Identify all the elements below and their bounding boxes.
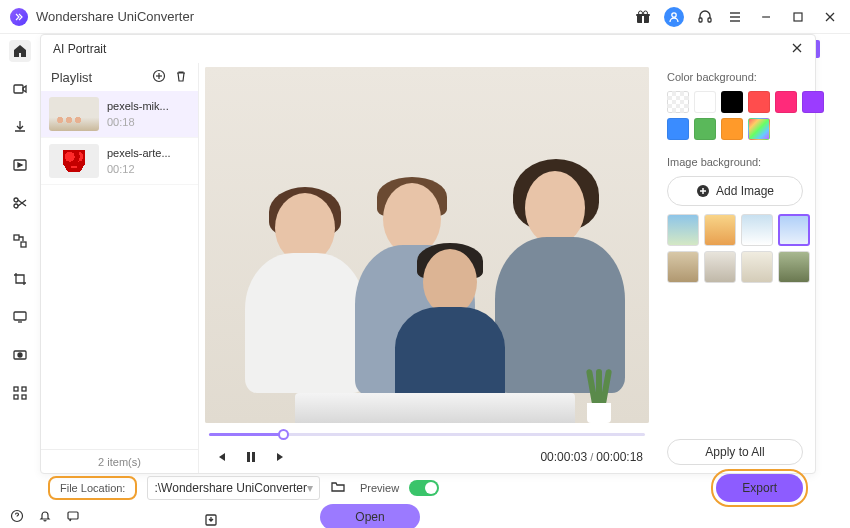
image-bg-thumb[interactable]	[704, 214, 736, 246]
notification-icon[interactable]	[38, 509, 52, 526]
color-swatch-blue[interactable]	[667, 118, 689, 140]
svg-rect-27	[22, 395, 26, 399]
playlist-column: Playlist pexels-mik... 00:18	[41, 63, 199, 473]
playlist-title: Playlist	[51, 70, 92, 85]
preview-label: Preview	[360, 482, 399, 494]
svg-rect-40	[68, 512, 78, 519]
file-location-label: File Location:	[48, 476, 137, 500]
svg-rect-34	[252, 452, 255, 462]
nav-screen-icon[interactable]	[9, 306, 31, 328]
export-highlight: Export	[711, 469, 808, 507]
image-bg-thumb[interactable]	[704, 251, 736, 283]
playlist-thumbnail	[49, 97, 99, 131]
nav-cut-icon[interactable]	[9, 192, 31, 214]
image-bg-thumb[interactable]	[667, 214, 699, 246]
open-folder-icon[interactable]	[330, 479, 346, 498]
next-frame-button[interactable]	[271, 447, 291, 467]
feedback-icon[interactable]	[66, 509, 80, 526]
color-swatch-rainbow[interactable]	[748, 118, 770, 140]
color-swatch-black[interactable]	[721, 91, 743, 113]
headset-icon[interactable]	[696, 8, 714, 26]
apply-to-all-button[interactable]: Apply to All	[667, 439, 803, 465]
svg-rect-33	[247, 452, 250, 462]
image-bg-thumb[interactable]	[778, 251, 810, 283]
time-display: 00:00:03 / 00:00:18	[540, 450, 643, 464]
color-swatch-red[interactable]	[748, 91, 770, 113]
nav-home-icon[interactable]	[9, 40, 31, 62]
export-button[interactable]: Export	[716, 474, 803, 502]
maximize-button[interactable]	[788, 7, 808, 27]
add-image-button[interactable]: Add Image	[667, 176, 803, 206]
playlist-item-name: pexels-arte...	[107, 147, 171, 159]
ai-portrait-panel: AI Portrait Playlist pexels-mik... 00:18	[40, 34, 816, 474]
footer-bar: File Location: :\Wondershare UniConverte…	[40, 470, 816, 506]
video-scrubber[interactable]	[209, 427, 645, 441]
svg-rect-1	[642, 15, 644, 23]
playlist-delete-icon[interactable]	[174, 69, 188, 86]
playlist-item[interactable]: pexels-mik... 00:18	[41, 91, 198, 138]
nav-video-icon[interactable]	[9, 78, 31, 100]
image-bg-thumb[interactable]	[741, 214, 773, 246]
svg-rect-15	[14, 85, 23, 93]
close-button[interactable]	[820, 7, 840, 27]
pause-button[interactable]	[241, 447, 261, 467]
image-bg-label: Image background:	[667, 156, 803, 168]
panel-title: AI Portrait	[53, 42, 106, 56]
preview-toggle[interactable]	[409, 480, 439, 496]
svg-point-23	[18, 353, 22, 357]
titlebar: Wondershare UniConverter	[0, 0, 850, 34]
image-bg-thumb[interactable]	[667, 251, 699, 283]
color-bg-label: Color background:	[667, 71, 803, 83]
nav-merge-icon[interactable]	[9, 230, 31, 252]
image-bg-thumb[interactable]	[778, 214, 810, 246]
panel-close-icon[interactable]	[791, 42, 803, 57]
svg-rect-20	[21, 242, 26, 247]
nav-record-icon[interactable]	[9, 344, 31, 366]
svg-rect-12	[794, 13, 802, 21]
image-bg-thumb[interactable]	[741, 251, 773, 283]
image-bg-grid	[667, 214, 803, 283]
svg-point-17	[14, 204, 18, 208]
svg-point-5	[672, 12, 676, 16]
color-swatch-orange[interactable]	[721, 118, 743, 140]
nav-toolbox-icon[interactable]	[9, 382, 31, 404]
left-nav	[0, 34, 40, 474]
svg-rect-26	[14, 395, 18, 399]
help-icon[interactable]	[10, 509, 24, 526]
prev-frame-button[interactable]	[211, 447, 231, 467]
nav-download-icon[interactable]	[9, 116, 31, 138]
app-title: Wondershare UniConverter	[36, 9, 194, 24]
options-column: Color background: Image background: Add …	[655, 63, 815, 473]
color-swatch-transparent[interactable]	[667, 91, 689, 113]
hamburger-icon[interactable]	[726, 8, 744, 26]
color-swatch-green[interactable]	[694, 118, 716, 140]
color-swatch-white[interactable]	[694, 91, 716, 113]
video-preview	[205, 67, 649, 423]
nav-player-icon[interactable]	[9, 154, 31, 176]
playlist-item-duration: 00:12	[107, 163, 171, 175]
svg-rect-19	[14, 235, 19, 240]
svg-rect-24	[14, 387, 18, 391]
preview-column: 00:00:03 / 00:00:18	[199, 63, 655, 473]
color-swatch-pink[interactable]	[775, 91, 797, 113]
playlist-item[interactable]: pexels-arte... 00:12	[41, 138, 198, 185]
statusbar	[0, 506, 850, 528]
svg-rect-21	[14, 312, 26, 320]
user-account-icon[interactable]	[664, 7, 684, 27]
gift-icon[interactable]	[634, 8, 652, 26]
file-location-path[interactable]: :\Wondershare UniConverter ▾	[147, 476, 320, 500]
app-logo	[10, 8, 28, 26]
color-swatch-purple[interactable]	[802, 91, 824, 113]
minimize-button[interactable]	[756, 7, 776, 27]
svg-rect-6	[699, 18, 702, 22]
svg-rect-25	[22, 387, 26, 391]
svg-rect-7	[708, 18, 711, 22]
color-swatch-grid	[667, 91, 803, 140]
accent-stripe	[816, 40, 820, 58]
playlist-thumbnail	[49, 144, 99, 178]
playlist-item-name: pexels-mik...	[107, 100, 169, 112]
chevron-down-icon[interactable]: ▾	[307, 481, 313, 495]
svg-rect-2	[636, 14, 650, 16]
playlist-add-icon[interactable]	[152, 69, 166, 86]
nav-crop-icon[interactable]	[9, 268, 31, 290]
